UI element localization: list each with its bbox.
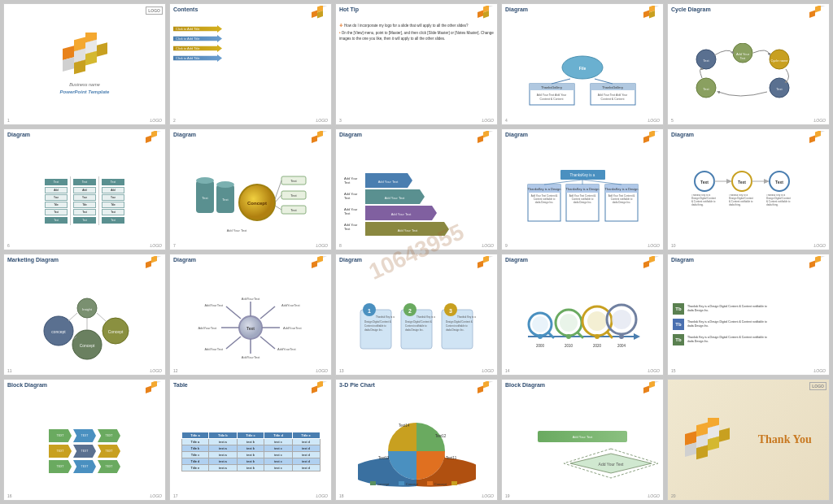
deco-img-16 xyxy=(146,381,164,396)
svg-text:2: 2 xyxy=(408,308,412,314)
slide-20[interactable]: LOGO Thank You 20 xyxy=(667,379,830,501)
svg-rect-96 xyxy=(649,131,655,137)
svg-rect-15 xyxy=(478,10,483,18)
slide-title-8: Diagram xyxy=(336,129,365,138)
svg-rect-78 xyxy=(489,131,495,133)
svg-text:AddYourText: AddYourText xyxy=(241,355,259,359)
footer-logo-19: LOGO xyxy=(648,493,660,498)
icon-row-2: Tb Thanksk Key is a Design Digital Conte… xyxy=(673,319,769,330)
deco-img-9 xyxy=(643,131,661,146)
svg-line-35 xyxy=(552,79,570,84)
diagram-4-area: File ThanksGallery Add Your Text Add You… xyxy=(502,22,663,125)
svg-rect-243 xyxy=(643,385,649,393)
svg-rect-150 xyxy=(317,256,323,263)
deco-img-4 xyxy=(643,6,661,20)
svg-text:Concept: Concept xyxy=(406,482,419,486)
slide-18[interactable]: 3-D Pie Chart Tex xyxy=(335,379,498,501)
slide-title-15: Diagram xyxy=(668,254,697,263)
svg-text:2004: 2004 xyxy=(617,344,626,348)
slide-2[interactable]: Contents Click to Add Title Click to Add… xyxy=(169,3,332,125)
svg-rect-244 xyxy=(649,381,655,388)
svg-text:Design Digital Content &: Design Digital Content & xyxy=(405,320,432,324)
svg-text:Add Your Text Add Your: Add Your Text Add Your xyxy=(598,93,628,97)
slide-number-20: 20 xyxy=(671,493,676,498)
svg-rect-123 xyxy=(821,131,826,133)
title-blocks-svg xyxy=(63,33,107,77)
slide-10[interactable]: Diagram Text Text Text xyxy=(667,128,830,250)
slide-number-7: 7 xyxy=(173,243,176,248)
svg-rect-57 xyxy=(323,131,329,133)
footer-logo-4: LOGO xyxy=(648,118,660,123)
svg-text:Content notifiable to: Content notifiable to xyxy=(405,324,427,328)
svg-rect-38 xyxy=(815,6,821,12)
slide-title-6: Diagram xyxy=(4,129,33,138)
diagram-5-area: Text Add Your Text Cycle name Text Text xyxy=(668,22,829,125)
svg-text:dada Design Inc.: dada Design Inc. xyxy=(612,201,630,204)
svg-text:ThanksGallery: ThanksGallery xyxy=(602,85,623,89)
svg-rect-245 xyxy=(655,381,661,383)
arrow-1: Click to Add Title xyxy=(173,25,222,33)
slide-7[interactable]: Diagram Text Text xyxy=(169,128,332,250)
slide-8[interactable]: Diagram Add Your Text Add Your Text Add … xyxy=(335,128,498,250)
diagram-10-svg: Text Text Text Thanksk Key to a Design D… xyxy=(690,167,808,236)
svg-rect-195 xyxy=(649,256,655,263)
svg-rect-226 xyxy=(323,381,329,383)
svg-rect-52 xyxy=(146,135,151,143)
svg-point-210 xyxy=(566,334,571,339)
slide-13[interactable]: Diagram 1 Thanksk Key is a Design Digita… xyxy=(335,254,498,376)
svg-rect-77 xyxy=(483,131,489,137)
footer-logo-5: LOGO xyxy=(814,118,826,123)
svg-text:Text: Text xyxy=(344,227,351,231)
diamond-area: Add Your Text xyxy=(562,447,603,471)
deco-img-8 xyxy=(478,131,495,146)
svg-point-204 xyxy=(532,316,548,332)
svg-rect-136 xyxy=(157,256,163,258)
slide-15[interactable]: Diagram Tb Thanksk Key is a Design Digit… xyxy=(667,254,830,376)
slide-number-2: 2 xyxy=(173,118,176,123)
svg-text:2000: 2000 xyxy=(535,344,544,348)
diamond-svg: Add Your Text xyxy=(562,447,660,480)
contents-item-4: Click to Add Title xyxy=(173,54,328,62)
col-1: Text Add Your Title Text Text xyxy=(45,179,68,224)
slide-19[interactable]: Block Diagram Add Your Text Add Your Tex… xyxy=(501,379,664,501)
slide-11[interactable]: Marketing Diagram Insight concept Concep… xyxy=(3,254,166,376)
col-header-5: Title e xyxy=(292,432,320,438)
svg-rect-229 xyxy=(489,381,495,383)
svg-rect-223 xyxy=(157,381,163,383)
svg-text:concept: concept xyxy=(51,329,66,334)
slide-3[interactable]: Hot Tip ❖How do I incorporate my logo fo… xyxy=(335,3,498,125)
svg-text:Text: Text xyxy=(739,57,744,60)
svg-text:ThanksGallery: ThanksGallery xyxy=(541,85,562,89)
svg-point-59 xyxy=(196,177,214,184)
col-3: Text Add Your Title Text Text xyxy=(102,179,124,224)
slide-5[interactable]: Cycle Diagram Text Add Your Text Cycle n… xyxy=(667,3,830,125)
svg-text:dada Design Inc.: dada Design Inc. xyxy=(405,328,424,332)
slide-14[interactable]: Diagram 2000 2010 2020 2004 xyxy=(501,254,664,376)
slide-number-17: 17 xyxy=(173,493,178,498)
deco-img-15 xyxy=(809,256,827,271)
svg-rect-19 xyxy=(643,10,649,18)
slide-9[interactable]: Diagram ThanksKey is a ThanksKey is a De… xyxy=(501,128,664,250)
slide-16[interactable]: Block Diagram TEXT TEXT TEXT TEXT TEXT T… xyxy=(3,379,166,501)
slide-number-9: 9 xyxy=(505,243,508,248)
svg-rect-10 xyxy=(97,42,107,57)
slide-title-4: Diagram xyxy=(502,4,531,13)
slide-number-19: 19 xyxy=(505,493,510,498)
slide-6[interactable]: Diagram Text Add Your Title Text Text xyxy=(3,128,166,250)
table-row: Title btext atext btext ctext d xyxy=(181,445,320,451)
svg-rect-194 xyxy=(643,260,649,268)
deco-img-17 xyxy=(312,381,329,396)
svg-marker-127 xyxy=(726,179,732,184)
svg-text:Text: Text xyxy=(344,196,351,200)
deco-img-10 xyxy=(809,131,827,146)
footer-logo-9: LOGO xyxy=(648,243,660,248)
slide-4[interactable]: Diagram File ThanksGallery Add Your Text… xyxy=(501,3,664,125)
svg-text:Add Your Text: Add Your Text xyxy=(599,462,624,467)
svg-rect-239 xyxy=(427,481,433,485)
slide-12[interactable]: Diagram Text xyxy=(169,254,332,376)
svg-text:Text: Text xyxy=(738,180,746,185)
svg-rect-37 xyxy=(809,10,815,18)
svg-text:Text: Text xyxy=(344,180,351,185)
slide-1[interactable]: LOGO xyxy=(3,3,166,125)
slide-17[interactable]: Table Title a Title b Title c Title d Ti… xyxy=(169,379,332,501)
